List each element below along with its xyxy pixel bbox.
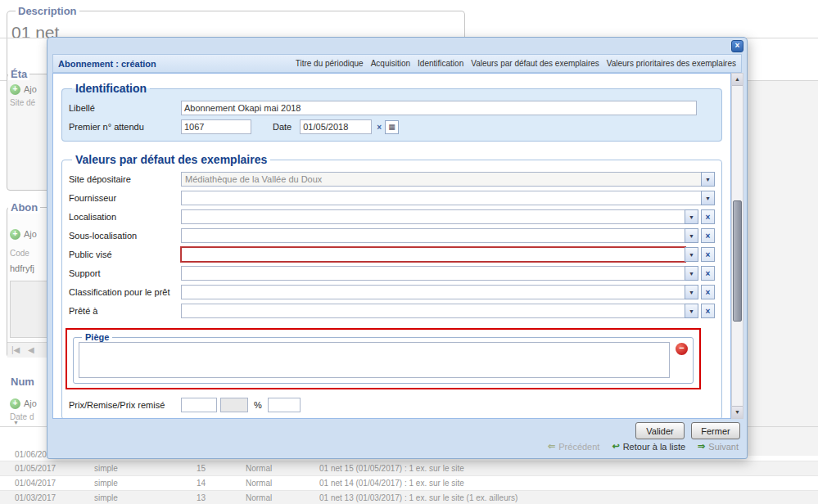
combo-value[interactable]: Médiathèque de la Vallée du Doux <box>181 172 702 187</box>
prete-a-row: Prêté à ▼ × <box>69 304 715 318</box>
clear-icon: × <box>706 213 711 222</box>
support-combobox[interactable]: ▼ <box>181 266 698 281</box>
chevron-down-icon[interactable]: ▼ <box>685 228 698 243</box>
premier-numero-label: Premier n° attendu <box>69 122 181 132</box>
classification-pret-clear-button[interactable]: × <box>701 285 715 299</box>
combo-value[interactable] <box>181 247 685 262</box>
nav-identification[interactable]: Identification <box>418 59 463 68</box>
sous-localisation-clear-button[interactable]: × <box>701 228 715 243</box>
piege-highlight-annotation: Piège − <box>66 328 701 389</box>
piege-fieldset: Piège − <box>73 332 694 384</box>
nav-valeurs-prioritaires[interactable]: Valeurs prioritaires des exemplaires <box>607 59 736 68</box>
identification-legend: Identification <box>72 82 150 95</box>
fournisseur-label: Fournisseur <box>69 193 181 203</box>
public-vise-label: Public visé <box>69 250 181 259</box>
clear-icon: × <box>377 123 382 132</box>
prete-a-label: Prêté à <box>69 306 181 316</box>
prix-remise-input[interactable] <box>268 398 301 412</box>
suivant-link[interactable]: ⇒ Suivant <box>698 441 739 452</box>
window-content: Identification Libellé Premier n° attend… <box>52 73 731 419</box>
chevron-down-icon[interactable]: ▼ <box>701 172 715 187</box>
date-picker-button[interactable]: ▦ <box>385 120 399 134</box>
fournisseur-row: Fournisseur ▼ <box>69 191 715 205</box>
arrow-right-icon: ⇒ <box>698 441 705 452</box>
prix-input[interactable] <box>181 398 217 412</box>
piege-textarea[interactable] <box>79 342 670 378</box>
combo-value[interactable] <box>181 285 685 299</box>
piege-legend: Piège <box>82 332 112 342</box>
prix-label: Prix/Remise/Prix remisé <box>69 400 181 410</box>
localisation-clear-button[interactable]: × <box>701 209 715 224</box>
piege-body: − <box>79 342 688 378</box>
scroll-up-icon: ▲ <box>734 76 740 82</box>
return-arrow-icon: ↩ <box>612 441 619 452</box>
scroll-down-button[interactable]: ▼ <box>732 406 743 418</box>
classification-pret-row: Classification pour le prêt ▼ × <box>69 285 715 299</box>
screen: Description 01 net Éta + Ajo Site dé Abo… <box>0 0 818 504</box>
site-depositaire-row: Site dépositaire Médiathèque de la Vallé… <box>69 172 715 187</box>
support-label: Support <box>69 268 181 278</box>
combo-value[interactable] <box>181 266 685 281</box>
clear-icon: × <box>706 288 711 297</box>
chevron-down-icon[interactable]: ▼ <box>685 304 698 318</box>
window-nav: Titre du périodique Acquisition Identifi… <box>296 59 736 68</box>
close-button[interactable]: × <box>731 40 743 52</box>
chevron-down-icon[interactable]: ▼ <box>685 209 698 224</box>
public-vise-clear-button[interactable]: × <box>701 247 715 262</box>
combo-value[interactable] <box>181 191 702 205</box>
combo-value[interactable] <box>181 304 685 318</box>
premier-numero-row: Premier n° attendu Date × ▦ <box>69 119 715 134</box>
nav-titre-du-periodique[interactable]: Titre du périodique <box>296 59 364 68</box>
modal-footer-links: ⇐ Précédent ↩ Retour à la liste ⇒ Suivan… <box>548 441 739 452</box>
valeurs-par-defaut-fieldset: Valeurs par défaut des exemplaires Site … <box>61 153 722 419</box>
nav-acquisition[interactable]: Acquisition <box>371 59 410 68</box>
valider-button[interactable]: Valider <box>635 422 685 439</box>
sous-localisation-combobox[interactable]: ▼ <box>181 228 698 243</box>
sous-localisation-row: Sous-localisation ▼ × <box>69 228 715 243</box>
remise-input[interactable] <box>220 398 248 412</box>
percent-label: % <box>254 400 262 410</box>
prete-a-clear-button[interactable]: × <box>701 304 715 318</box>
premier-numero-input[interactable] <box>181 119 251 134</box>
date-input[interactable] <box>300 119 372 134</box>
date-label: Date <box>273 122 291 132</box>
classification-pret-label: Classification pour le prêt <box>69 287 181 297</box>
libelle-input[interactable] <box>181 101 697 115</box>
prete-a-combobox[interactable]: ▼ <box>181 304 698 318</box>
prix-row: Prix/Remise/Prix remisé % <box>69 398 715 412</box>
fournisseur-combobox[interactable]: ▼ <box>181 191 715 205</box>
precedent-link[interactable]: ⇐ Précédent <box>548 441 599 452</box>
chevron-down-icon[interactable]: ▼ <box>685 247 698 262</box>
modal-button-bar: Valider Fermer <box>635 422 740 439</box>
combo-value[interactable] <box>181 228 685 243</box>
localisation-combobox[interactable]: ▼ <box>181 209 698 224</box>
site-depositaire-label: Site dépositaire <box>69 174 181 184</box>
retour-liste-label: Retour à la liste <box>623 442 685 452</box>
delete-button[interactable]: − <box>676 343 688 355</box>
retour-liste-link[interactable]: ↩ Retour à la liste <box>612 441 685 452</box>
libelle-label: Libellé <box>69 103 181 113</box>
libelle-row: Libellé <box>69 101 715 115</box>
combo-value[interactable] <box>181 209 685 224</box>
arrow-left-icon: ⇐ <box>548 441 555 452</box>
localisation-row: Localisation ▼ × <box>69 209 715 224</box>
calendar-icon: ▦ <box>388 123 395 131</box>
close-icon: × <box>735 41 740 50</box>
chevron-down-icon[interactable]: ▼ <box>685 266 698 281</box>
public-vise-combobox[interactable]: ▼ <box>181 247 698 262</box>
clear-icon: × <box>706 307 711 316</box>
window-title: Abonnement : création <box>58 59 156 69</box>
fermer-button[interactable]: Fermer <box>691 422 740 439</box>
support-clear-button[interactable]: × <box>701 266 715 281</box>
scroll-up-button[interactable]: ▲ <box>732 74 743 86</box>
chevron-down-icon[interactable]: ▼ <box>685 285 698 299</box>
support-row: Support ▼ × <box>69 266 715 281</box>
classification-pret-combobox[interactable]: ▼ <box>181 285 698 299</box>
nav-valeurs-par-defaut[interactable]: Valeurs par défaut des exemplaires <box>471 59 599 68</box>
scrollbar-thumb[interactable] <box>733 200 742 322</box>
chevron-down-icon[interactable]: ▼ <box>701 191 715 205</box>
site-depositaire-combobox[interactable]: Médiathèque de la Vallée du Doux ▼ <box>181 172 715 187</box>
clear-icon: × <box>706 269 711 278</box>
date-clear-button[interactable]: × <box>377 123 382 132</box>
modal-scrollbar[interactable]: ▲ ▼ <box>731 73 743 419</box>
